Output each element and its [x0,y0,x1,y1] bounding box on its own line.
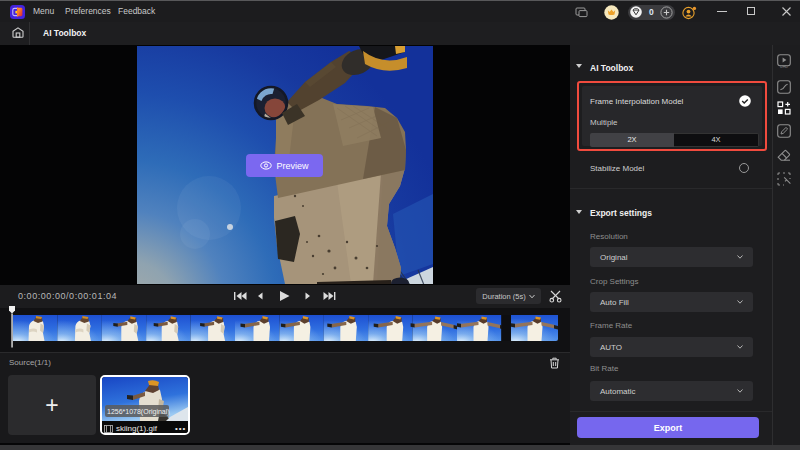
svg-text:UHD: UHD [780,65,788,68]
